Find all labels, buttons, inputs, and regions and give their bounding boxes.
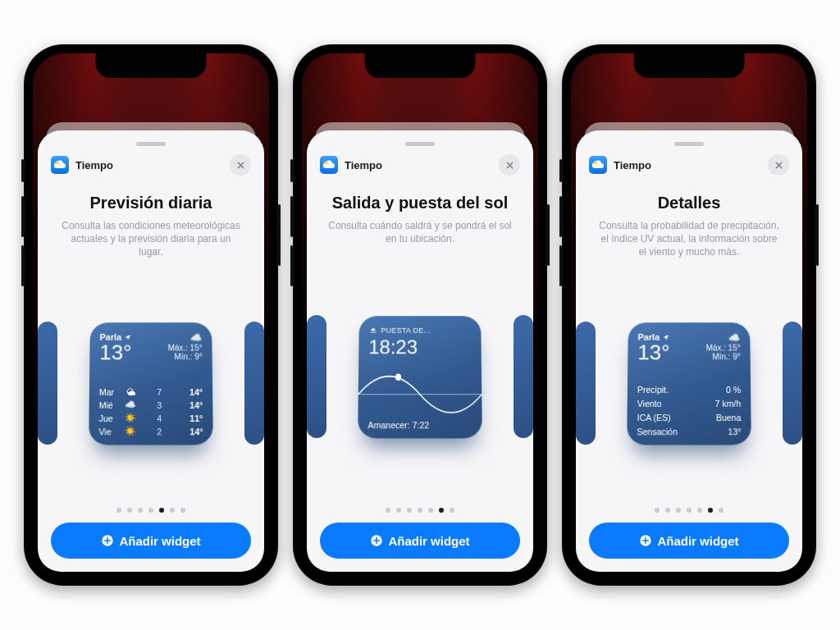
weather-app-icon <box>51 156 69 174</box>
forecast-row: Mar🌥714° <box>99 387 203 397</box>
add-widget-button[interactable]: Añadir widget <box>320 523 520 559</box>
sheet-grabber[interactable] <box>674 142 704 146</box>
widget-low: Mín.: 9° <box>168 353 203 362</box>
detail-row: Precipit.0 % <box>637 385 741 395</box>
widget-title: Previsión diaria <box>51 194 251 212</box>
widget-high: Máx.: 15° <box>705 344 740 353</box>
widget-title: Salida y puesta del sol <box>320 194 520 212</box>
app-name: Tiempo <box>345 159 382 171</box>
widget-description: Consulta cuándo saldrá y se pondrá el so… <box>320 219 520 245</box>
widget-temp: 13° <box>637 340 669 365</box>
carousel-peek-left[interactable] <box>576 322 596 445</box>
page-dot[interactable] <box>687 508 692 513</box>
forecast-row: Jue☀️411° <box>99 413 203 423</box>
page-dot[interactable] <box>655 508 660 513</box>
widget-description: Consulta la probabilidad de precipitació… <box>589 219 789 259</box>
widget-temp: 13° <box>99 340 131 365</box>
add-widget-button[interactable]: Añadir widget <box>51 523 251 559</box>
sheet-grabber[interactable] <box>136 142 166 146</box>
sunset-label: PUESTA DE... <box>368 326 471 335</box>
page-dot[interactable] <box>428 508 433 513</box>
weather-app-icon <box>589 156 607 174</box>
page-dot[interactable] <box>676 508 681 513</box>
phone-mockup: TiempoPrevisión diariaConsulta las condi… <box>24 44 278 586</box>
page-dot[interactable] <box>450 508 454 513</box>
widget-high: Máx.: 15° <box>167 344 202 353</box>
add-widget-button[interactable]: Añadir widget <box>589 523 789 559</box>
svg-point-2 <box>325 161 328 164</box>
widget-picker-sheet: TiempoSalida y puesta del solConsulta cu… <box>307 130 533 572</box>
detail-row: ICA (ES)Buena <box>637 413 742 422</box>
widget-picker-sheet: TiempoDetallesConsulta la probabilidad d… <box>576 130 802 572</box>
page-dots <box>320 508 520 513</box>
forecast-row: Mié☁️314° <box>99 399 203 410</box>
weather-app-icon <box>320 156 338 174</box>
close-button[interactable] <box>768 154 789 176</box>
notch <box>634 53 745 78</box>
widget-preview[interactable]: Parla13°☁️Máx.: 15°Mín.: 9°Precipit.0 %V… <box>627 323 751 445</box>
carousel-peek-right[interactable] <box>244 322 264 445</box>
carousel-peek-left[interactable] <box>38 322 57 445</box>
page-dot[interactable] <box>138 508 143 513</box>
widget-carousel[interactable]: Parla13°☁️Máx.: 15°Mín.: 9°Precipit.0 %V… <box>589 259 789 508</box>
phone-mockup: TiempoDetallesConsulta la probabilidad d… <box>562 44 816 586</box>
page-dot[interactable] <box>439 508 444 513</box>
close-button[interactable] <box>230 154 251 176</box>
svg-point-4 <box>395 374 401 381</box>
carousel-peek-left[interactable] <box>307 315 326 438</box>
cloud-icon: ☁️ <box>167 332 202 344</box>
notch <box>96 53 207 78</box>
page-dot[interactable] <box>170 508 175 513</box>
widget-description: Consulta las condiciones meteorológicas … <box>51 219 251 259</box>
sunset-time: 18:23 <box>368 336 472 359</box>
detail-row: Viento7 km/h <box>637 399 742 409</box>
page-dot[interactable] <box>719 508 724 513</box>
page-dot[interactable] <box>159 508 164 513</box>
page-dots <box>589 508 789 513</box>
page-dot[interactable] <box>148 508 153 513</box>
widget-carousel[interactable]: Parla13°☁️Máx.: 15°Mín.: 9°Mar🌥714°Mié☁️… <box>51 259 251 508</box>
page-dot[interactable] <box>180 508 185 513</box>
phone-mockup: TiempoSalida y puesta del solConsulta cu… <box>293 44 547 586</box>
carousel-peek-right[interactable] <box>783 322 802 445</box>
widget-low: Mín.: 9° <box>706 353 741 362</box>
cloud-icon: ☁️ <box>705 332 740 344</box>
page-dot[interactable] <box>127 508 132 513</box>
page-dot[interactable] <box>407 508 412 513</box>
widget-carousel[interactable]: PUESTA DE...18:23Amanecer: 7:22 <box>320 245 520 508</box>
forecast-row: Vie☀️214° <box>98 426 203 436</box>
page-dot[interactable] <box>697 508 702 513</box>
page-dot[interactable] <box>665 508 670 513</box>
widget-preview[interactable]: PUESTA DE...18:23Amanecer: 7:22 <box>358 316 482 438</box>
sun-curve <box>358 363 482 415</box>
svg-point-0 <box>56 161 59 164</box>
page-dot[interactable] <box>396 508 401 513</box>
widget-title: Detalles <box>589 194 789 212</box>
page-dot[interactable] <box>418 508 422 513</box>
close-button[interactable] <box>499 154 520 176</box>
app-name: Tiempo <box>614 159 651 171</box>
widget-picker-sheet: TiempoPrevisión diariaConsulta las condi… <box>38 130 264 572</box>
page-dot[interactable] <box>386 508 390 513</box>
page-dot[interactable] <box>708 508 713 513</box>
app-name: Tiempo <box>75 159 113 171</box>
svg-point-6 <box>594 161 597 164</box>
detail-row: Sensación13° <box>637 427 741 436</box>
widget-preview[interactable]: Parla13°☁️Máx.: 15°Mín.: 9°Mar🌥714°Mié☁️… <box>89 323 213 445</box>
sheet-grabber[interactable] <box>405 142 435 146</box>
page-dots <box>51 508 251 513</box>
page-dot[interactable] <box>116 508 121 513</box>
carousel-peek-right[interactable] <box>514 315 533 438</box>
notch <box>365 53 476 78</box>
sunrise-label: Amanecer: 7:22 <box>368 420 472 430</box>
